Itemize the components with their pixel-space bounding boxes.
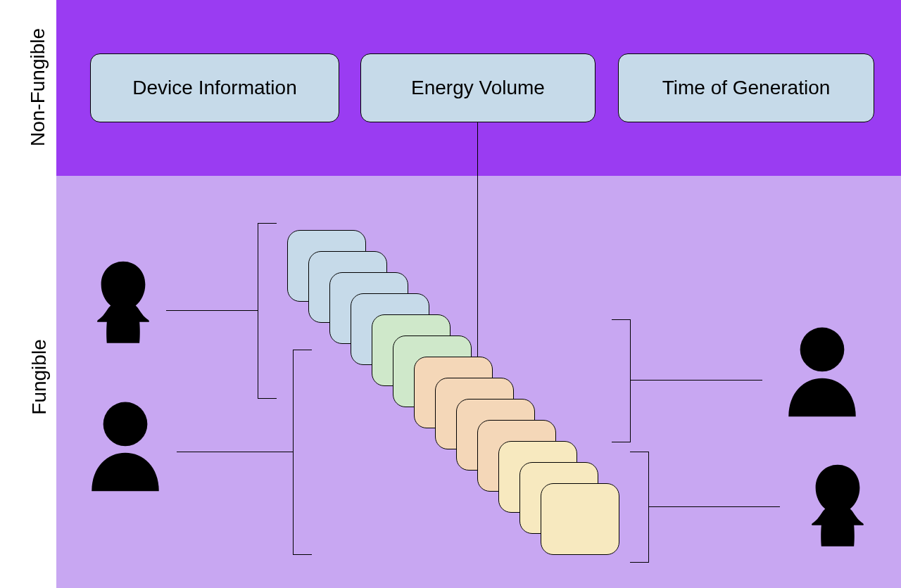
bracket-left-bot bbox=[293, 350, 312, 555]
connector-right-top bbox=[630, 380, 762, 381]
bracket-left-top bbox=[258, 223, 277, 399]
bracket-right-bot bbox=[630, 452, 649, 563]
box-device-information: Device Information bbox=[90, 53, 339, 122]
person-male-icon bbox=[76, 395, 175, 501]
axis-label-fungible: Fungible bbox=[28, 339, 51, 414]
connector-left-top bbox=[166, 310, 258, 311]
bracket-right-top bbox=[612, 319, 631, 442]
person-male-icon bbox=[773, 321, 871, 426]
connector-left-bot bbox=[177, 452, 293, 452]
box-time-of-generation: Time of Generation bbox=[618, 53, 874, 122]
connector-right-bot bbox=[648, 506, 780, 507]
person-female-icon bbox=[74, 257, 172, 362]
connector-energy-to-stack bbox=[477, 122, 478, 373]
card-13 bbox=[541, 483, 619, 555]
box-energy-volume: Energy Volume bbox=[360, 53, 596, 122]
axis-label-nonfungible: Non-Fungible bbox=[27, 28, 49, 146]
svg-point-0 bbox=[103, 402, 148, 447]
svg-point-1 bbox=[800, 328, 845, 372]
person-female-icon bbox=[788, 460, 887, 565]
